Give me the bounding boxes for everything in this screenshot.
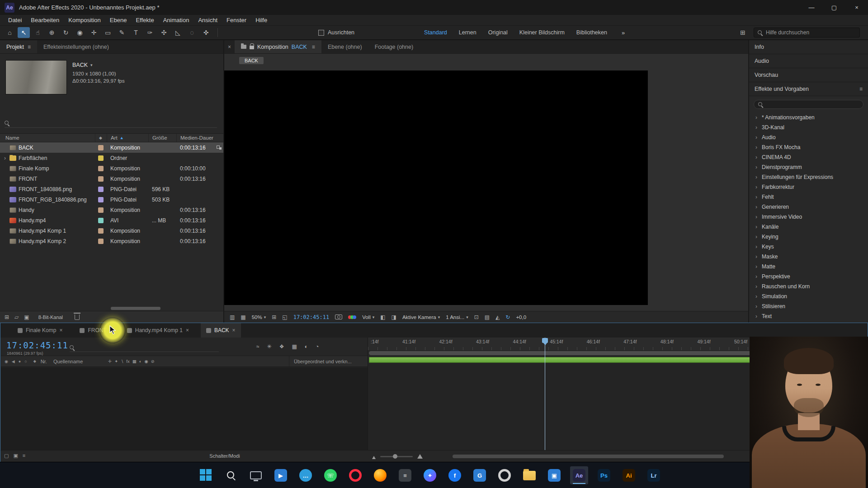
close-button[interactable]: × xyxy=(845,0,868,15)
column-parent-link[interactable]: Übergeordnet und verkn... xyxy=(289,356,365,366)
viewer-option-icon[interactable]: ▥ xyxy=(230,314,235,320)
label-color-swatch[interactable] xyxy=(98,218,104,223)
effects-category[interactable]: › Rauschen und Korn xyxy=(749,282,868,291)
chevron-right-icon[interactable]: › xyxy=(755,154,758,160)
magnification-select[interactable]: 50%▾ xyxy=(252,314,266,320)
home-button[interactable]: ⌂ xyxy=(4,27,16,38)
task-view-button[interactable] xyxy=(247,466,265,484)
effects-category[interactable]: › * Animationsvorgaben xyxy=(749,113,868,122)
zoom-in-mountain-icon[interactable] xyxy=(417,454,423,459)
brush-tool[interactable]: ✑ xyxy=(144,27,156,38)
effects-category[interactable]: › Maske xyxy=(749,252,868,262)
zoom-tool[interactable]: ⊕ xyxy=(46,27,58,38)
project-item-row[interactable]: BACK Komposition 0:00:13:16 xyxy=(0,142,223,153)
effects-category[interactable]: › Farbkorrektur xyxy=(749,182,868,192)
menu-item[interactable]: Bearbeiten xyxy=(26,17,64,23)
effects-category[interactable]: › Stilisieren xyxy=(749,301,868,311)
photos-app[interactable]: ▣ xyxy=(545,466,563,484)
tab-footage[interactable]: Footage (ohne) xyxy=(368,40,420,53)
current-timecode[interactable]: 17:02:45:11 xyxy=(6,340,68,350)
eraser-tool[interactable]: ◺ xyxy=(172,27,184,38)
chevron-right-icon[interactable]: › xyxy=(755,244,758,250)
effects-category[interactable]: › CINEMA 4D xyxy=(749,152,868,162)
effects-category[interactable]: › Keying xyxy=(749,232,868,242)
chevron-right-icon[interactable]: › xyxy=(755,263,758,270)
label-color-swatch[interactable] xyxy=(98,239,104,244)
chat-app[interactable]: … xyxy=(297,466,315,484)
label-color-swatch[interactable] xyxy=(98,228,104,234)
viewer-option-icon[interactable]: ◨ xyxy=(392,314,396,320)
viewer-option-icon[interactable]: ⊞ xyxy=(272,314,276,320)
menu-icon[interactable]: ≡ xyxy=(23,453,25,459)
timeline-toggle-icon[interactable]: ◐ xyxy=(305,343,308,350)
puppet-pin-tool[interactable]: ✜ xyxy=(200,27,212,38)
column-type[interactable]: Art▲ xyxy=(107,134,148,142)
label-icon[interactable]: ◆ xyxy=(33,359,36,363)
menu-item[interactable]: Datei xyxy=(4,17,26,23)
av-icon[interactable]: ◀ xyxy=(12,359,15,364)
layer-list[interactable] xyxy=(1,367,368,450)
file-explorer[interactable] xyxy=(520,466,538,484)
chevron-right-icon[interactable]: › xyxy=(755,164,758,170)
chevron-right-icon[interactable]: › xyxy=(755,283,758,290)
effects-category[interactable]: › Einstellungen für Expressions xyxy=(749,172,868,182)
label-color-swatch[interactable] xyxy=(98,166,104,171)
project-tab[interactable]: Effekteinstellungen (ohne) xyxy=(37,40,119,53)
tab-composition[interactable]: Komposition BACK ≡ xyxy=(235,40,321,53)
switch-icon[interactable]: fx xyxy=(126,359,129,364)
close-tab-icon[interactable]: × xyxy=(59,327,62,333)
workspace-tab[interactable]: Bibliotheken xyxy=(576,29,607,36)
effects-category[interactable]: › Kanäle xyxy=(749,222,868,232)
playhead[interactable] xyxy=(545,338,545,450)
minimize-button[interactable]: — xyxy=(800,0,823,15)
timeline-zoom-slider[interactable] xyxy=(380,456,413,457)
maximize-button[interactable]: ▢ xyxy=(823,0,845,15)
chevron-right-icon[interactable]: › xyxy=(755,253,758,260)
search-button[interactable] xyxy=(222,466,240,484)
menu-item[interactable]: Ansicht xyxy=(193,17,222,23)
chevron-right-icon[interactable]: › xyxy=(755,224,758,230)
lock-icon[interactable] xyxy=(250,46,254,49)
after-effects-app[interactable]: Ae xyxy=(570,466,588,484)
project-item-row[interactable]: Handy.mp4 Komp 1 Komposition 0:00:13:16 xyxy=(0,225,223,236)
label-color-swatch[interactable] xyxy=(98,207,104,213)
project-item-row[interactable]: Handy.mp4 Komp 2 Komposition 0:00:13:16 xyxy=(0,236,223,246)
effects-category[interactable]: › 3D-Kanal xyxy=(749,122,868,132)
column-name[interactable]: Name xyxy=(0,134,95,142)
chevron-right-icon[interactable]: › xyxy=(755,313,758,319)
close-tab-icon[interactable]: × xyxy=(186,327,189,333)
tab-layer[interactable]: Ebene (ohne) xyxy=(321,40,368,53)
effects-category[interactable]: › Text xyxy=(749,311,868,321)
viewer-option-icon[interactable]: ▦ xyxy=(241,314,245,320)
column-source-name[interactable]: Quellenname xyxy=(53,359,83,364)
viewer-option-icon[interactable]: ⊡ xyxy=(474,314,479,320)
project-item-row[interactable]: FRONT_RGB_1840886.png PNG-Datei 503 KB xyxy=(0,194,223,205)
type-tool[interactable]: T xyxy=(130,27,142,38)
workspace-tab[interactable]: Kleiner Bildschirm xyxy=(519,29,565,36)
timeline-tab[interactable]: Finale Komp × xyxy=(12,323,68,338)
roto-brush-tool[interactable]: ◌ xyxy=(186,27,198,38)
chevron-right-icon[interactable]: › xyxy=(755,144,758,150)
chevron-right-icon[interactable]: › xyxy=(755,214,758,220)
switch-icon[interactable]: ◐ xyxy=(139,359,142,364)
camera-tool[interactable]: ◉ xyxy=(74,27,86,38)
pan-behind-tool[interactable]: ✛ xyxy=(88,27,100,38)
label-color-swatch[interactable] xyxy=(98,176,104,182)
workspace-tab[interactable]: Original xyxy=(488,29,508,36)
menu-item[interactable]: Komposition xyxy=(64,17,105,23)
menu-item[interactable]: Animation xyxy=(159,17,194,23)
shape-tool[interactable]: ▭ xyxy=(102,27,114,38)
timeline-tab[interactable]: Handy.mp4 Komp 1 × xyxy=(122,323,194,338)
label-color-swatch[interactable] xyxy=(98,187,104,192)
timeline-toggle-icon[interactable]: ◔ xyxy=(316,343,319,350)
av-icon[interactable]: ○ xyxy=(24,359,27,364)
project-item-row[interactable]: FRONT_1840886.png PNG-Datei 596 KB xyxy=(0,184,223,194)
timeline-tab[interactable]: BACK × xyxy=(201,323,241,338)
utility-app[interactable]: ≡ xyxy=(396,466,414,484)
help-search-input[interactable] xyxy=(766,29,856,36)
new-folder-icon[interactable]: ▱ xyxy=(14,314,19,320)
whatsapp-app[interactable]: ☏ xyxy=(321,466,340,484)
exposure-reset-icon[interactable]: ↻ xyxy=(505,314,510,320)
camera-select[interactable]: Aktive Kamera▾ xyxy=(402,314,440,320)
switch-icon[interactable]: ∖ xyxy=(121,359,123,364)
